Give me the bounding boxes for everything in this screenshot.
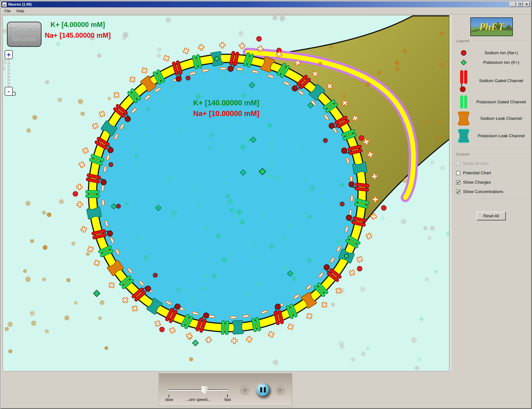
sodium-gated-channel-icon [453, 69, 474, 92]
inside-na-concentration: Na+ [10.00000 mM] [186, 108, 266, 119]
maximize-button[interactable]: ❐ [517, 2, 523, 7]
slider-tick-slow [169, 395, 169, 397]
legend-item-sodium-leak-channel: Sodium Leak Channel [453, 111, 530, 126]
legend-panel: Legend Sodium Ion (Na+) Potassium Ion (K… [453, 41, 530, 149]
minimize-button[interactable]: _ [510, 2, 516, 7]
step-forward-button[interactable] [276, 385, 285, 395]
outside-na-concentration: Na+ [145.00000 mM] [35, 30, 120, 41]
potassium-leak-channel-icon [453, 129, 474, 143]
simulation-canvas: Stimulate Neuron K+ [4.00000 mM] Na+ [14… [3, 15, 449, 371]
checkbox-potential-chart[interactable]: Potential Chart [456, 170, 491, 176]
legend-item-potassium-leak-channel: Potassium Leak Channel [453, 128, 530, 143]
phet-logo[interactable]: PhET [470, 18, 513, 36]
checkbox-show-charges[interactable]: Show Charges [456, 179, 491, 186]
menu-bar: File Help [1, 8, 531, 15]
show-concentrations-checkbox[interactable] [456, 190, 460, 194]
legend-item-sodium-ion: Sodium Ion (Na+) [453, 49, 530, 57]
reset-all-button[interactable]: Reset All [477, 212, 506, 220]
sodium-ion-icon [453, 50, 474, 56]
sim-speed-slider-track[interactable] [168, 389, 228, 391]
zoom-in-button[interactable]: + [5, 50, 13, 59]
control-panel: Control Show All Ions Potential Chart Sh… [453, 155, 530, 200]
legend-item-potassium-ion: Potassium Ion (K+) [453, 58, 530, 66]
step-back-button[interactable] [240, 385, 250, 395]
inside-k-concentration: K+ [140.00000 mM] [186, 98, 266, 108]
potassium-gated-channel-icon [453, 95, 474, 109]
slow-label: slow [165, 397, 173, 402]
title-bar: Neuron (1.00) _ ❐ ✕ [1, 1, 531, 7]
control-title: Control [455, 152, 470, 157]
fast-label: fast [224, 397, 231, 402]
inside-concentration-readout: K+ [140.00000 mM] Na+ [10.00000 mM] [186, 98, 266, 119]
pause-icon [257, 384, 269, 396]
zoom-control: + - [5, 50, 13, 59]
right-panel: PhET Legend Sodium Ion (Na+) Potassium I… [451, 15, 531, 371]
legend-item-sodium-gated-channel: Sodium Gated Channel [453, 69, 530, 93]
window-title: Neuron (1.00) [8, 2, 32, 7]
clock-control-panel: slow ...sim speed... fast [159, 373, 292, 406]
sim-speed-slider-thumb[interactable] [202, 386, 208, 394]
java-app-icon [2, 2, 7, 7]
phet-logo-text: PhET [479, 21, 504, 33]
neuron-scene [3, 15, 449, 371]
zoom-slider-track[interactable] [8, 59, 10, 87]
menu-file[interactable]: File [4, 9, 10, 13]
potential-chart-checkbox[interactable] [456, 171, 460, 175]
checkbox-show-all-ions[interactable]: Show All Ions [456, 160, 488, 167]
menu-help[interactable]: Help [16, 9, 24, 13]
show-all-ions-checkbox[interactable] [456, 162, 460, 166]
sim-speed-label: ...sim speed... [186, 397, 211, 402]
zoom-out-button[interactable]: - [5, 87, 13, 96]
close-button[interactable]: ✕ [523, 2, 530, 7]
sodium-leak-channel-icon [453, 111, 474, 126]
app-window: Neuron (1.00) _ ❐ ✕ File Help Stimulate … [0, 0, 532, 409]
slider-tick-fast [227, 395, 228, 397]
legend-title: Legend [455, 39, 470, 43]
legend-item-potassium-gated-channel: Potassium Gated Channel [453, 95, 530, 109]
potassium-ion-icon [453, 59, 474, 66]
outside-k-concentration: K+ [4.00000 mM] [35, 19, 120, 30]
show-charges-checkbox[interactable] [456, 180, 460, 184]
checkbox-show-concentrations[interactable]: Show Concentrations [456, 188, 504, 195]
outside-concentration-readout: K+ [4.00000 mM] Na+ [145.00000 mM] [35, 19, 120, 41]
pause-button[interactable] [256, 383, 270, 397]
